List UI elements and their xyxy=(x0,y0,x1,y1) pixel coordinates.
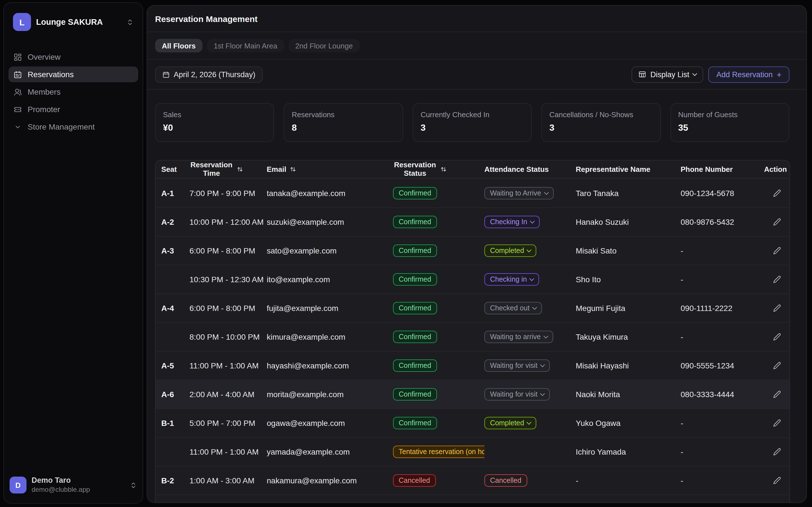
attendance-dropdown[interactable]: Completed xyxy=(485,417,537,429)
sidebar-item-overview[interactable]: Overview xyxy=(8,49,138,65)
table-row[interactable]: A-2 10:00 PM - 12:00 AM suzuki@example.c… xyxy=(156,207,790,236)
sort-icon[interactable] xyxy=(289,166,296,173)
status-cell: Confirmed xyxy=(393,331,485,343)
phone-cell: - xyxy=(680,246,764,255)
sort-icon[interactable] xyxy=(440,166,447,173)
table-row[interactable]: B-3 Confirmed xyxy=(156,495,790,503)
reservation-status-badge: Confirmed xyxy=(393,273,437,286)
action-cell xyxy=(764,388,790,400)
attendance-cell: Checking In xyxy=(485,216,576,228)
floor-tabs: All Floors 1st Floor Main Area 2nd Floor… xyxy=(147,32,806,60)
attendance-dropdown[interactable]: Waiting for visit xyxy=(485,359,550,372)
table-row[interactable]: A-4 6:00 PM - 8:00 PM fujita@example.com… xyxy=(156,293,790,322)
sidebar-item-store-management[interactable]: Store Management xyxy=(8,119,138,135)
table-row[interactable]: A-6 2:00 AM - 4:00 AM morita@example.com… xyxy=(156,380,790,408)
edit-button[interactable] xyxy=(770,446,783,458)
main-panel: Reservation Management All Floors 1st Fl… xyxy=(147,5,807,503)
email-cell: morita@example.com xyxy=(267,390,393,399)
table-row[interactable]: A-1 7:00 PM - 9:00 PM tanaka@example.com… xyxy=(156,179,790,207)
tab-all-floors[interactable]: All Floors xyxy=(155,39,202,52)
tab-2nd-floor-lounge[interactable]: 2nd Floor Lounge xyxy=(289,39,359,52)
chevron-down-icon xyxy=(540,362,545,367)
name-cell: Naoki Morita xyxy=(576,390,680,399)
col-representative-name: Representative Name xyxy=(576,165,680,173)
edit-button[interactable] xyxy=(770,273,783,286)
workspace-switcher[interactable]: L Lounge SAKURA xyxy=(10,11,137,33)
stat-label: Currently Checked In xyxy=(421,110,524,119)
attendance-dropdown[interactable]: Waiting to arrive xyxy=(485,331,553,343)
table-row[interactable]: B-2 1:00 AM - 3:00 AM nakamura@example.c… xyxy=(156,466,790,495)
stat-card: Sales ¥0 xyxy=(155,103,274,142)
col-reservation-time: Reservation Time xyxy=(190,161,267,178)
user-name: Demo Taro xyxy=(32,476,124,486)
attendance-dropdown[interactable]: Waiting for visit xyxy=(485,388,550,400)
edit-button[interactable] xyxy=(770,474,783,487)
stat-card: Number of Guests 35 xyxy=(670,103,790,142)
status-cell: Confirmed xyxy=(393,273,485,286)
table-header-row: Seat Reservation Time Email Reservation … xyxy=(156,161,790,179)
attendance-dropdown[interactable]: Checking In xyxy=(485,216,540,228)
edit-button[interactable] xyxy=(770,331,783,343)
sort-icon[interactable] xyxy=(236,166,244,173)
name-cell: Misaki Hayashi xyxy=(576,361,680,370)
phone-cell: 090-5555-1234 xyxy=(680,361,764,370)
attendance-dropdown[interactable]: Cancelled xyxy=(485,474,527,487)
name-cell: Sho Ito xyxy=(576,275,680,284)
seat-cell: A-4 xyxy=(156,304,190,313)
date-picker-button[interactable]: April 2, 2026 (Thursday) xyxy=(155,66,263,82)
app-window: L Lounge SAKURA Overview Reservations xyxy=(0,0,812,507)
display-list-dropdown[interactable]: Display List xyxy=(632,66,703,82)
attendance-label: Checking in xyxy=(490,276,527,283)
sidebar-item-reservations[interactable]: Reservations xyxy=(8,66,138,82)
attendance-dropdown[interactable]: Checked out xyxy=(485,302,542,314)
phone-cell: - xyxy=(680,418,764,428)
attendance-dropdown[interactable]: Waiting to Arrive xyxy=(485,187,553,199)
tab-1st-floor-main-area[interactable]: 1st Floor Main Area xyxy=(207,39,284,52)
attendance-dropdown[interactable]: Checking in xyxy=(485,273,539,286)
action-cell xyxy=(764,359,790,372)
time-cell: 7:00 PM - 9:00 PM xyxy=(190,188,267,198)
reservation-status-badge: Confirmed xyxy=(393,417,437,429)
edit-button[interactable] xyxy=(770,216,783,228)
sidebar-item-members[interactable]: Members xyxy=(8,84,138,100)
stat-label: Cancellations / No-Shows xyxy=(549,110,653,119)
reservation-status-badge: Cancelled xyxy=(393,474,436,487)
attendance-label: Waiting to Arrive xyxy=(490,189,541,197)
email-cell: tanaka@example.com xyxy=(267,188,393,198)
add-reservation-label: Add Reservation xyxy=(716,70,773,78)
action-cell xyxy=(764,273,790,286)
page-title: Reservation Management xyxy=(155,14,257,23)
chevron-down-icon xyxy=(532,305,537,310)
add-reservation-button[interactable]: Add Reservation + xyxy=(709,66,790,82)
stat-value: 3 xyxy=(421,123,524,133)
stat-value: 8 xyxy=(292,123,395,133)
table-row[interactable]: 10:30 PM - 12:30 AM ito@example.com Conf… xyxy=(156,265,790,293)
stat-label: Sales xyxy=(163,110,266,119)
edit-button[interactable] xyxy=(770,244,783,257)
edit-button[interactable] xyxy=(770,302,783,314)
status-cell: Confirmed xyxy=(393,187,485,199)
workspace-name: Lounge SAKURA xyxy=(36,17,121,26)
sidebar-item-promoter[interactable]: Promoter xyxy=(8,101,138,117)
attendance-cell: Waiting for visit xyxy=(485,359,576,372)
user-menu[interactable]: D Demo Taro demo@clubble.app xyxy=(4,473,143,497)
status-cell: Confirmed xyxy=(393,359,485,372)
chevron-down-icon xyxy=(693,71,697,76)
edit-button[interactable] xyxy=(770,417,783,429)
attendance-dropdown[interactable]: Completed xyxy=(485,244,537,257)
time-cell: 1:00 AM - 3:00 AM xyxy=(190,476,267,485)
table-row[interactable]: A-5 11:00 PM - 1:00 AM hayashi@example.c… xyxy=(156,351,790,380)
edit-button[interactable] xyxy=(770,388,783,400)
reservation-status-badge: Confirmed xyxy=(393,216,437,228)
chevron-down-icon xyxy=(530,219,535,224)
table-row[interactable]: 11:00 PM - 1:00 AM yamada@example.com Te… xyxy=(156,437,790,466)
chevrons-up-down-icon xyxy=(130,482,137,489)
name-cell: Takuya Kimura xyxy=(576,332,680,341)
table-row[interactable]: 8:00 PM - 10:00 PM kimura@example.com Co… xyxy=(156,322,790,351)
table-row[interactable]: B-1 5:00 PM - 7:00 PM ogawa@example.com … xyxy=(156,408,790,437)
phone-cell: 090-1234-5678 xyxy=(680,188,764,198)
table-row[interactable]: A-3 6:00 PM - 8:00 PM sato@example.com C… xyxy=(156,236,790,265)
col-action: Action xyxy=(764,165,790,173)
edit-button[interactable] xyxy=(770,187,783,199)
edit-button[interactable] xyxy=(770,359,783,372)
